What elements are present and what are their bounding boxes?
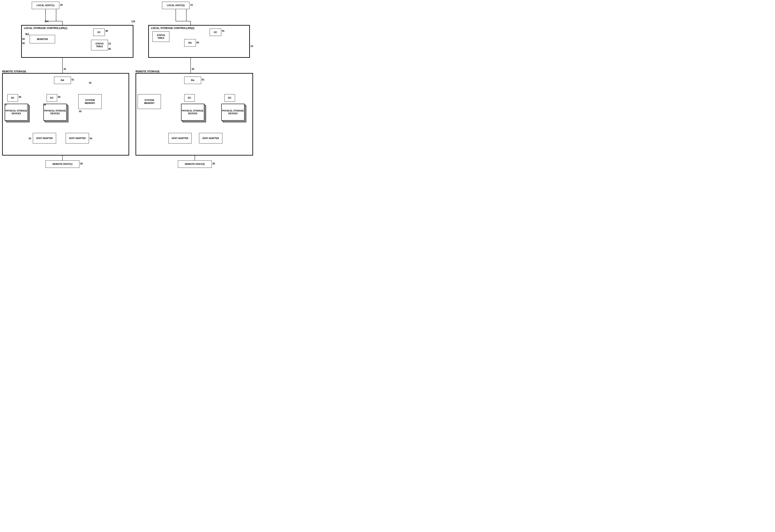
ra-rsc24: RA (54, 77, 71, 84)
ref-20: 20 (60, 4, 63, 6)
system-memory-rsc24: SYSTEM MEMORY (78, 94, 102, 109)
ra-label-lsc1: RA (25, 33, 29, 36)
local-host-1: LOCAL HOST(1) (32, 2, 59, 9)
ref-58: 58 (58, 96, 60, 98)
ref-57: 57 (5, 103, 7, 106)
ref-85: 85 (108, 48, 111, 50)
ref-124: 124 (44, 20, 48, 23)
ha2-rsc27: HOST ADAPTER (199, 133, 222, 143)
ref-92: 92 (22, 42, 25, 44)
ref-54: 54 (90, 137, 92, 140)
ref-125: 125 (131, 20, 135, 23)
ref-28: 28 (80, 162, 83, 165)
status-table-1: STATUS TABLE (91, 40, 108, 50)
uc1: UC (93, 29, 105, 36)
ha1-rsc27: HOST ADAPTER (168, 133, 192, 143)
ra-lsc2: RA (184, 39, 196, 47)
local-host-2: LOCAL HOST(2) (162, 2, 189, 9)
ref-61: 61 (202, 78, 204, 81)
system-memory-rsc27: SYSTEM MEMORY (138, 94, 161, 109)
ref-22: 22 (108, 42, 111, 45)
ref-29: 29 (212, 162, 215, 165)
ref-50: 50 (22, 38, 25, 40)
ref-59: 59 (43, 103, 46, 106)
monitor: MONITOR (30, 35, 55, 43)
ref-56: 56 (19, 96, 21, 98)
ref-25: 25 (63, 68, 66, 70)
ref-53: 53 (29, 137, 31, 140)
dc2-rsc27: DC (224, 94, 235, 102)
ha1-rsc24: HOST ADAPTER (33, 133, 56, 143)
diagram: . . . . . . LOCAL HOST(1) 20 LOCAL HOST(… (0, 0, 254, 174)
ref-55: 55 (79, 110, 81, 113)
ra-rsc27: RA (184, 77, 201, 84)
dc1-rsc24: DC (7, 94, 18, 102)
status-table-2: STATUS TABLE (152, 31, 169, 42)
remote-host-1: REMOTE HOST(1) (46, 160, 79, 168)
dc2-rsc24: DC (47, 94, 57, 102)
ref-91: 91 (222, 30, 224, 32)
ref-51: 51 (72, 78, 74, 81)
ref-60: 60 (196, 41, 199, 44)
ref-52: 52 (89, 81, 91, 84)
uc2: UC (210, 29, 221, 36)
ref-21: 21 (190, 4, 193, 6)
ref-23: 23 (250, 45, 253, 47)
ha2-rsc24: HOST ADAPTER (66, 133, 89, 143)
dc1-rsc27: DC (184, 94, 195, 102)
ref-90: 90 (105, 30, 108, 32)
remote-host-2: REMOTE HOST(2) (178, 160, 212, 168)
ref-26: 26 (192, 68, 194, 70)
